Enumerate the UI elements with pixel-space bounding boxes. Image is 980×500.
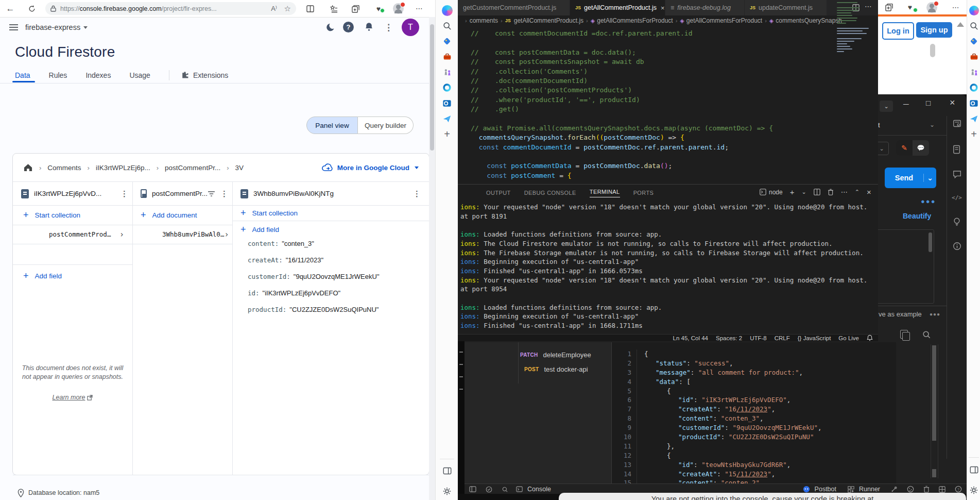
tab-rules[interactable]: Rules [49, 71, 67, 79]
page-scrollbar-thumb[interactable] [430, 24, 434, 151]
firebase-menu[interactable]: firebase-express [9, 21, 88, 34]
share-arrow-icon[interactable] [967, 111, 980, 126]
add-sidebar-item-icon[interactable]: + [436, 126, 458, 142]
collections-add-icon[interactable] [885, 4, 893, 11]
shopping-tag-icon[interactable] [967, 34, 980, 49]
sidebar-settings-icon[interactable] [436, 484, 458, 499]
runner-label[interactable]: Runner [859, 486, 880, 493]
document-row[interactable]: 3Whb8umvPiBwAl0…› [162, 225, 232, 244]
profile-avatar[interactable] [926, 2, 937, 13]
tab-data[interactable]: Data [15, 71, 30, 79]
copy-icon[interactable] [900, 330, 908, 339]
games-icon[interactable] [436, 64, 458, 80]
start-collection-button[interactable]: +Start collection [23, 205, 132, 225]
tab-indexes[interactable]: Indexes [85, 71, 111, 79]
console-label[interactable]: Console [527, 486, 551, 493]
breadcrumb-doc[interactable]: iIK3rtWPLzEj6p... [96, 164, 150, 172]
panel-close-icon[interactable]: × [867, 188, 871, 196]
request-item[interactable]: PATCH deleteEmployee [520, 348, 591, 361]
split-screen-icon[interactable] [303, 1, 317, 12]
trash-icon[interactable] [923, 486, 930, 493]
search-icon[interactable] [436, 18, 458, 34]
request-dropdown-icon[interactable]: ⌄ [930, 121, 935, 128]
browser-essentials-icon[interactable]: ♥ [908, 3, 912, 12]
browser-more-icon[interactable]: ⋯ [412, 0, 426, 17]
send-button[interactable]: Send ⌄ [885, 168, 936, 188]
help-icon[interactable]: ? [343, 22, 354, 32]
notifications-bell-icon[interactable] [867, 335, 873, 341]
edit-pencil-icon[interactable]: ✎ [896, 140, 913, 156]
request-item[interactable]: POST test docker-api [524, 363, 588, 375]
column-menu-icon[interactable]: ⋮ [121, 189, 128, 198]
user-avatar[interactable]: T [402, 19, 419, 36]
checks-icon[interactable] [486, 486, 492, 493]
console-icon[interactable] [516, 486, 523, 492]
status-item[interactable]: Spaces: 2 [716, 335, 742, 341]
column-menu-icon[interactable]: ⋮ [220, 189, 228, 198]
add-document-button[interactable]: +Add document [141, 205, 227, 225]
status-item[interactable]: CRLF [775, 335, 790, 341]
workspace-dropdown-icon[interactable]: ⌄ [880, 101, 893, 112]
login-button[interactable]: Log in [882, 22, 914, 40]
save-as-example-fragment[interactable]: ve as example [879, 310, 922, 318]
address-bar[interactable]: https://console.firebase.google.com/proj… [45, 2, 296, 15]
profile-avatar[interactable] [393, 3, 404, 14]
example-more-icon[interactable]: ●●● [930, 311, 940, 317]
collections-icon[interactable] [348, 1, 363, 13]
microsoft-365-icon[interactable] [436, 80, 458, 95]
query-builder-button[interactable]: Query builder [358, 116, 414, 134]
home-icon[interactable] [23, 163, 33, 172]
filter-icon[interactable] [208, 191, 215, 197]
scroll-up-arrow[interactable] [957, 22, 964, 27]
postbot-icon[interactable] [803, 486, 810, 493]
terminal-output[interactable]: ions: Your requested "node" version "18"… [460, 203, 867, 330]
comments-icon[interactable] [949, 170, 965, 178]
info-icon[interactable] [949, 242, 965, 251]
microsoft-365-icon[interactable] [967, 80, 980, 95]
tab-extensions[interactable]: Extensions [193, 71, 228, 79]
maximize-icon[interactable]: □ [926, 98, 931, 107]
runner-icon[interactable] [848, 486, 854, 493]
field-row[interactable]: id:"iIK3rtWPLzEj6pVvDEFO" [248, 285, 380, 301]
close-icon[interactable]: × [950, 97, 955, 108]
breadcrumb-current[interactable]: 3V [235, 164, 244, 172]
code-snippet-icon[interactable]: </> [949, 194, 965, 201]
favorite-star-icon[interactable]: ☆ [284, 4, 291, 13]
field-row[interactable]: content:"conten_3" [248, 235, 380, 252]
tools-icon[interactable] [967, 49, 980, 64]
refresh-icon[interactable] [25, 1, 39, 13]
comment-icon[interactable]: 💬 [913, 140, 929, 156]
postbot-label[interactable]: Postbot [815, 486, 836, 493]
tab-firebase-debug-log[interactable]: ≡ firebase-debug.log [665, 0, 745, 15]
status-item[interactable]: {} JavaScript [798, 335, 831, 341]
terminal-more-icon[interactable]: ⋯ [841, 188, 848, 196]
chevron-down-icon[interactable] [415, 166, 419, 169]
search-icon[interactable] [967, 18, 980, 34]
panel-maximize-icon[interactable]: ⌃ [855, 189, 859, 195]
page-scrollbar-nub[interactable] [930, 44, 935, 57]
signup-button[interactable]: Sign up [916, 22, 952, 38]
tab-usage[interactable]: Usage [129, 71, 150, 79]
copilot-icon[interactable] [436, 3, 458, 18]
lightbulb-icon[interactable] [949, 217, 965, 226]
field-row[interactable]: productId:"CU2ZJZE0DsW2SuQIPuNU" [248, 301, 380, 318]
favorites-bar-icon[interactable] [326, 1, 341, 13]
back-icon[interactable]: ← [3, 0, 18, 17]
tab-updatecomment[interactable]: JS updateComment.js [745, 0, 827, 15]
capture-icon[interactable] [890, 486, 898, 493]
new-terminal-icon[interactable]: + [790, 188, 795, 196]
response-search-icon[interactable] [922, 330, 931, 339]
editor-code[interactable]: // const commentDocumentId =doc.ref.pare… [471, 29, 773, 180]
sidebar-panel-icon[interactable] [436, 463, 458, 478]
header-more-icon[interactable]: ⋮ [384, 22, 393, 33]
minimap[interactable] [837, 2, 871, 52]
documentation-icon[interactable] [949, 145, 965, 154]
breadcrumb-comments[interactable]: Comments [47, 164, 81, 172]
start-collection-button2[interactable]: +Start collection [240, 205, 416, 221]
response-scrollbar-track[interactable] [931, 344, 938, 478]
editor-breadcrumbs[interactable]: ›comments ›JSgetAllCommentProduct.js ›◈g… [462, 15, 842, 26]
hamburger-icon[interactable] [9, 23, 18, 32]
add-field-button[interactable]: +Add field [23, 266, 132, 286]
terminal-dropdown-icon[interactable]: ⌄ [801, 189, 806, 195]
kill-terminal-icon[interactable] [828, 189, 834, 195]
